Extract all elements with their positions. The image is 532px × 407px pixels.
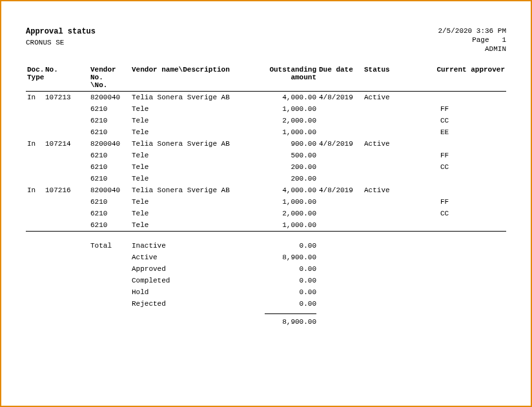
cell-vendor-no: 6210 — [89, 208, 130, 219]
cell-due-date — [318, 103, 363, 115]
total-status-label: Inactive — [130, 235, 253, 252]
cell-doc-type — [26, 161, 44, 173]
total-label — [89, 263, 130, 275]
cell-approver — [414, 219, 506, 232]
cell-amount: 2,000.00 — [253, 115, 318, 126]
grand-total-amount: 8,900.00 — [253, 316, 318, 328]
cell-approver — [414, 184, 506, 196]
grand-total-rule — [265, 313, 316, 314]
cell-vendor-no: 6210 — [89, 115, 130, 126]
cell-vendor-no: 6210 — [89, 126, 130, 138]
cell-no — [44, 219, 89, 232]
cell-amount: 4,000.00 — [253, 184, 318, 196]
cell-due-date — [318, 161, 363, 173]
total-label — [89, 298, 130, 310]
cell-approver: FF — [414, 103, 506, 115]
report-user: ADMIN — [438, 45, 506, 53]
col-vendor-no: Vendor No.\No. — [89, 65, 130, 92]
total-status-label: Approved — [130, 263, 253, 275]
cell-amount: 2,000.00 — [253, 208, 318, 219]
cell-status — [363, 173, 414, 184]
cell-due-date: 4/8/2019 — [318, 184, 363, 196]
total-row: TotalInactive0.00 — [26, 235, 506, 252]
cell-status — [363, 150, 414, 161]
total-amount: 0.00 — [253, 286, 318, 298]
cell-due-date — [318, 150, 363, 161]
grand-total-row: 8,900.00 — [26, 316, 506, 328]
cell-no — [44, 126, 89, 138]
cell-due-date — [318, 173, 363, 184]
table-row: 6210Tele1,000.00FF — [26, 196, 506, 208]
total-row: Approved0.00 — [26, 263, 506, 275]
cell-no — [44, 173, 89, 184]
cell-amount: 200.00 — [253, 173, 318, 184]
cell-description: Tele — [130, 219, 253, 232]
cell-no: 107213 — [44, 92, 89, 104]
cell-no: 107214 — [44, 138, 89, 150]
cell-status — [363, 115, 414, 126]
cell-doc-type — [26, 196, 44, 208]
cell-description: Tele — [130, 150, 253, 161]
cell-status — [363, 208, 414, 219]
col-doc-type: Doc.Type — [26, 65, 44, 92]
cell-due-date — [318, 208, 363, 219]
cell-amount: 1,000.00 — [253, 219, 318, 232]
cell-status — [363, 161, 414, 173]
cell-doc-type — [26, 126, 44, 138]
total-row: Rejected0.00 — [26, 298, 506, 310]
total-amount: 8,900.00 — [253, 252, 318, 263]
table-row: 6210Tele1,000.00 — [26, 219, 506, 232]
cell-description: Tele — [130, 115, 253, 126]
table-row: 6210Tele2,000.00CC — [26, 115, 506, 126]
cell-doc-type — [26, 173, 44, 184]
cell-approver — [414, 138, 506, 150]
cell-vendor-no: 6210 — [89, 196, 130, 208]
cell-description: Telia Sonera Sverige AB — [130, 138, 253, 150]
cell-doc-type — [26, 150, 44, 161]
cell-status — [363, 103, 414, 115]
cell-status — [363, 126, 414, 138]
cell-vendor-no: 6210 — [89, 103, 130, 115]
table-row: In1072168200040Telia Sonera Sverige AB4,… — [26, 184, 506, 196]
cell-amount: 900.00 — [253, 138, 318, 150]
cell-description: Tele — [130, 208, 253, 219]
total-status-label: Active — [130, 252, 253, 263]
cell-no — [44, 208, 89, 219]
total-row: Active8,900.00 — [26, 252, 506, 263]
col-approver: Current approver — [414, 65, 506, 92]
cell-amount: 1,000.00 — [253, 196, 318, 208]
cell-vendor-no: 6210 — [89, 161, 130, 173]
cell-doc-type — [26, 208, 44, 219]
table-row: In1072148200040Telia Sonera Sverige AB90… — [26, 138, 506, 150]
cell-amount: 200.00 — [253, 161, 318, 173]
cell-approver: CC — [414, 208, 506, 219]
total-row: Completed0.00 — [26, 275, 506, 286]
cell-due-date — [318, 219, 363, 232]
cell-due-date — [318, 115, 363, 126]
cell-doc-type: In — [26, 138, 44, 150]
cell-vendor-no: 6210 — [89, 150, 130, 161]
cell-no — [44, 196, 89, 208]
col-no: No. — [44, 65, 89, 92]
total-label: Total — [89, 235, 130, 252]
table-header-row: Doc.Type No. Vendor No.\No. Vendor name\… — [26, 65, 506, 92]
cell-status — [363, 219, 414, 232]
cell-approver: EE — [414, 126, 506, 138]
cell-doc-type: In — [26, 184, 44, 196]
cell-description: Tele — [130, 126, 253, 138]
cell-vendor-no: 6210 — [89, 219, 130, 232]
approval-table: Doc.Type No. Vendor No.\No. Vendor name\… — [26, 65, 506, 328]
cell-description: Tele — [130, 161, 253, 173]
report-page: Approval status CRONUS SE 2/5/2020 3:36 … — [0, 0, 532, 407]
total-amount: 0.00 — [253, 275, 318, 286]
cell-description: Tele — [130, 196, 253, 208]
total-status-label: Rejected — [130, 298, 253, 310]
cell-no — [44, 115, 89, 126]
table-row: 6210Tele2,000.00CC — [26, 208, 506, 219]
cell-no — [44, 161, 89, 173]
cell-vendor-no: 8200040 — [89, 184, 130, 196]
cell-doc-type — [26, 219, 44, 232]
cell-due-date: 4/8/2019 — [318, 138, 363, 150]
cell-status — [363, 196, 414, 208]
cell-description: Tele — [130, 173, 253, 184]
